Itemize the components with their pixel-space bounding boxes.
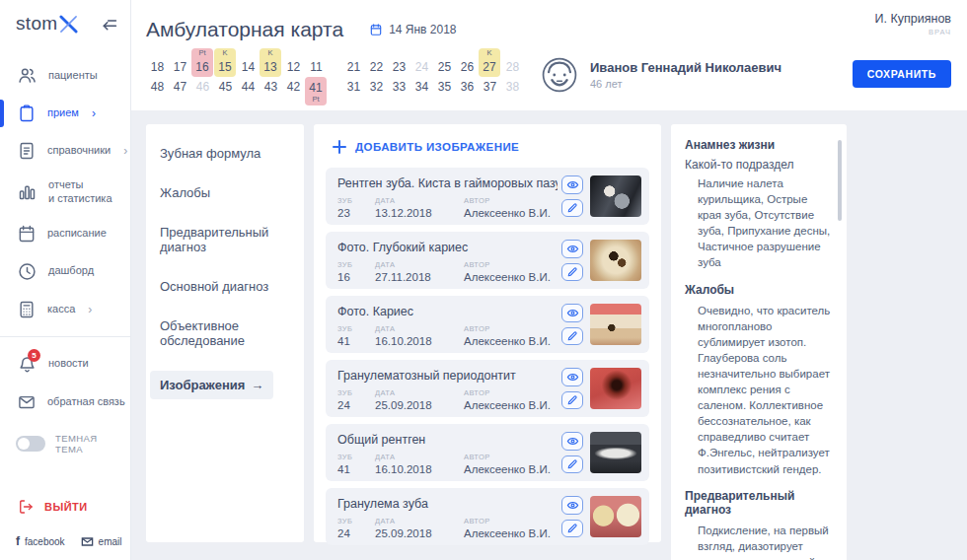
image-date: 16.10.2018 — [375, 335, 464, 347]
sidebar-item-otchety[interactable]: отчеты и статистика — [0, 170, 130, 215]
notification-badge: 5 — [28, 349, 40, 362]
visit-date-picker[interactable]: 14 Янв 2018 — [369, 23, 456, 36]
view-image-button[interactable] — [561, 240, 583, 258]
tooth-27[interactable]: K27 — [479, 45, 501, 77]
tooth-26[interactable]: 26 — [456, 45, 479, 77]
tooth-31[interactable]: 31 — [342, 77, 365, 108]
tooth-col-label: ЗУБ — [337, 324, 375, 333]
view-image-button[interactable] — [561, 304, 583, 322]
tooth-35[interactable]: 35 — [433, 77, 456, 108]
tooth-21[interactable]: 21 — [342, 45, 365, 77]
tooth-15[interactable]: K15 — [214, 45, 237, 77]
save-button[interactable]: СОХРАНИТЬ — [853, 60, 951, 88]
sidebar-item-priem[interactable]: прием› — [0, 95, 130, 132]
tooth-col-label: ЗУБ — [337, 388, 375, 397]
view-image-button[interactable] — [561, 496, 583, 515]
sidebar-item-dashbord[interactable]: дашборд — [0, 252, 130, 291]
document-icon — [17, 141, 37, 161]
tooth-33[interactable]: 33 — [388, 77, 410, 108]
tooth-23[interactable]: 23 — [388, 45, 410, 77]
summary-section-title: Анамнез жизни — [685, 138, 831, 152]
tooth-42[interactable]: 42 — [282, 77, 305, 108]
edit-image-button[interactable] — [561, 327, 583, 346]
tooth-41[interactable]: 41Pt — [305, 77, 328, 108]
section-nav-item-4[interactable]: Объективное обследование — [160, 318, 290, 348]
email-link[interactable]: email — [81, 535, 122, 548]
view-image-button[interactable] — [561, 175, 583, 194]
facebook-link[interactable]: ffacebook — [16, 534, 65, 548]
sidebar-item-patients[interactable]: пациенты — [0, 56, 130, 95]
tooth-status-badge: 41Pt — [305, 77, 327, 105]
current-user[interactable]: И. Куприянов ВРАЧ — [875, 12, 951, 36]
section-nav-item-0[interactable]: Зубная формула — [160, 146, 290, 161]
tooth-43[interactable]: 43 — [260, 77, 282, 108]
edit-image-button[interactable] — [561, 391, 583, 410]
scrollbar-thumb[interactable] — [838, 140, 842, 221]
image-card-info: Общий рентген ЗУБ41 ДАТА16.10.2018 АВТОР… — [337, 432, 558, 473]
image-thumbnail[interactable] — [590, 240, 641, 281]
edit-image-button[interactable] — [561, 520, 583, 538]
tab-images-active[interactable]: Изображения → — [150, 371, 273, 399]
section-nav-item-1[interactable]: Жалобы — [160, 185, 290, 200]
sidebar-item-kassa[interactable]: касса› — [0, 291, 130, 328]
image-date: 25.09.2018 — [375, 399, 464, 411]
view-image-button[interactable] — [561, 368, 583, 386]
tooth-24[interactable]: 24 — [410, 45, 433, 77]
dark-theme-toggle[interactable] — [16, 436, 45, 452]
tooth-16[interactable]: Pt16 — [191, 45, 214, 77]
tooth-18[interactable]: 18 — [146, 45, 169, 77]
tooth-28[interactable]: 28 — [501, 45, 524, 77]
image-thumbnail[interactable] — [590, 175, 641, 217]
section-nav-item-3[interactable]: Основной диагноз — [160, 279, 290, 294]
sidebar-item-spravochniki[interactable]: справочники› — [0, 132, 130, 170]
view-image-button[interactable] — [561, 432, 583, 451]
logo-row: stom — [0, 0, 130, 40]
tooth-25[interactable]: 25 — [433, 45, 456, 77]
image-thumbnail[interactable] — [590, 304, 641, 345]
sidebar-item-label: дашборд — [48, 264, 94, 278]
tooth-44[interactable]: 44 — [237, 77, 260, 108]
image-title: Фото. Кариес — [337, 305, 558, 318]
arrow-right-icon: → — [251, 378, 263, 392]
tooth-47[interactable]: 47 — [169, 77, 191, 108]
tooth-17[interactable]: 17 — [169, 45, 191, 77]
tooth-46[interactable]: 46 — [191, 77, 214, 108]
edit-image-button[interactable] — [561, 199, 583, 218]
image-thumbnail[interactable] — [590, 368, 641, 409]
collapse-sidebar-icon[interactable] — [100, 15, 118, 34]
section-nav-item-2[interactable]: Предварительный диагноз — [160, 225, 290, 254]
tooth-11[interactable]: 11 — [305, 45, 328, 77]
tooth-col-label: ЗУБ — [337, 517, 375, 525]
tooth-45[interactable]: 45 — [214, 77, 237, 108]
summary-content: Анамнез жизниКакой-то подразделНаличие н… — [685, 138, 831, 560]
tooth-14[interactable]: 14 — [237, 45, 260, 77]
image-thumbnail[interactable] — [590, 496, 641, 537]
user-role: ВРАЧ — [875, 28, 951, 36]
image-author: Алексеенко В.И. — [464, 463, 558, 475]
tooth-12[interactable]: 12 — [282, 45, 305, 77]
tooth-36[interactable]: 36 — [456, 77, 479, 108]
image-date: 25.09.2018 — [375, 527, 464, 539]
chevron-right-icon: › — [123, 144, 127, 158]
image-title: Гранулематозный периодонтит — [337, 369, 558, 383]
sidebar-item-raspisanie[interactable]: расписание — [0, 215, 130, 252]
tooth-34[interactable]: 34 — [410, 77, 433, 108]
tooth-number: 24 — [337, 399, 375, 411]
sidebar-item-novosti[interactable]: новости5 — [0, 345, 130, 384]
logout-icon — [17, 498, 35, 516]
logout-button[interactable]: ВЫЙТИ — [0, 498, 130, 518]
add-image-button[interactable]: ДОБАВИТЬ ИЗОБРАЖЕНИЕ — [333, 140, 649, 154]
add-image-label: ДОБАВИТЬ ИЗОБРАЖЕНИЕ — [355, 141, 519, 153]
edit-image-button[interactable] — [561, 455, 583, 474]
image-card-info: Гранулема зуба ЗУБ24 ДАТА25.09.2018 АВТО… — [337, 496, 558, 537]
image-thumbnail[interactable] — [590, 432, 641, 473]
tooth-32[interactable]: 32 — [365, 77, 388, 108]
sidebar-item-feedback[interactable]: обратная связь — [0, 384, 130, 421]
date-col-label: ДАТА — [375, 388, 464, 397]
tooth-13[interactable]: K13 — [260, 45, 282, 77]
tooth-22[interactable]: 22 — [365, 45, 388, 77]
tooth-38[interactable]: 38 — [501, 77, 524, 108]
tooth-48[interactable]: 48 — [146, 77, 169, 108]
tooth-37[interactable]: 37 — [479, 77, 501, 108]
edit-image-button[interactable] — [561, 263, 583, 282]
